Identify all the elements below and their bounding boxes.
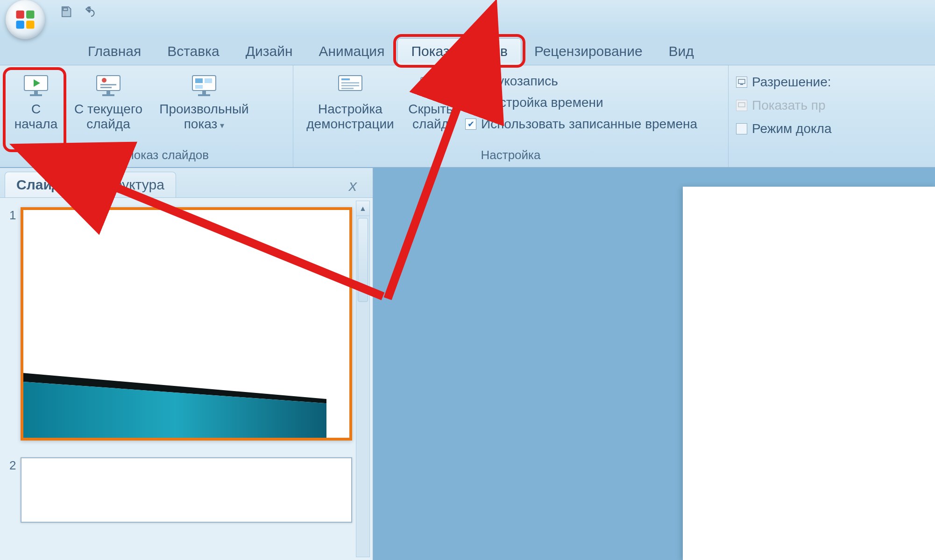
svg-rect-10 — [102, 94, 114, 96]
from-beginning-button[interactable]: С начала — [6, 70, 66, 133]
ribbon: С начала С текущего слайда Произвольный … — [0, 65, 935, 168]
svg-rect-34 — [738, 79, 745, 84]
hide-label-2: слайд — [412, 117, 449, 132]
show-on-label: Показать пр — [752, 98, 826, 113]
svg-rect-6 — [30, 94, 42, 96]
svg-rect-23 — [341, 85, 359, 86]
svg-rect-13 — [100, 87, 112, 88]
svg-rect-22 — [341, 82, 359, 84]
undo-icon — [85, 7, 98, 17]
use-timings-checkbox[interactable]: ✔ Использовать записанные времена — [463, 115, 699, 133]
workspace: Слайды Структура x ▲ 1 2 — [0, 168, 935, 560]
from-beginning-label-1: С — [31, 102, 41, 117]
qat-undo-button[interactable] — [81, 3, 101, 21]
monitor-icon — [736, 100, 747, 111]
record-narration-button[interactable]: Звукозапись — [463, 72, 699, 91]
title-bar — [0, 0, 935, 37]
tab-slideshow-label: Показ слайдов — [411, 43, 508, 59]
checkbox-icon: ✔ — [465, 119, 476, 130]
ribbon-group-monitors-label — [734, 148, 929, 164]
tab-view[interactable]: Вид — [656, 39, 707, 65]
tab-review[interactable]: Рецензирование — [521, 39, 656, 65]
slides-panel: Слайды Структура x ▲ 1 2 — [0, 168, 374, 560]
from-current-icon — [95, 72, 122, 99]
svg-rect-35 — [740, 84, 743, 85]
svg-rect-2 — [16, 21, 24, 28]
svg-point-11 — [102, 78, 106, 83]
use-timings-label: Использовать записанные времена — [481, 117, 697, 132]
custom-slideshow-button[interactable]: Произвольный показ▾ — [150, 70, 258, 133]
ribbon-group-monitors: Разрешение: Показать пр Режим докла — [729, 65, 935, 167]
slide-thumbnail-frame — [21, 207, 352, 441]
presenter-view-label: Режим докла — [752, 121, 832, 136]
ribbon-group-setup: Настройка демонстрации Скрыть слайд Звук… — [293, 65, 729, 167]
svg-rect-3 — [26, 21, 34, 28]
slideshow-setup-icon — [337, 72, 364, 99]
from-current-label-2: слайда — [86, 117, 130, 132]
svg-rect-8 — [97, 76, 120, 91]
slideshow-setup-button[interactable]: Настройка демонстрации — [299, 70, 402, 133]
svg-rect-0 — [16, 11, 24, 19]
chevron-down-icon: ▾ — [220, 121, 224, 130]
office-button[interactable] — [6, 0, 45, 39]
slide-thumbnail[interactable]: 2 — [9, 457, 352, 523]
ribbon-group-start-label: Начать показ слайдов — [6, 148, 287, 164]
office-logo-icon — [13, 7, 37, 32]
ribbon-group-start: С начала С текущего слайда Произвольный … — [0, 65, 293, 167]
thumbnails-scrollbar[interactable]: ▲ — [356, 201, 370, 557]
scroll-thumb[interactable] — [358, 218, 368, 302]
slide-thumbnail[interactable]: 1 — [9, 207, 352, 441]
quick-access-toolbar — [56, 2, 101, 21]
hide-label-1: Скрыть — [408, 102, 453, 117]
tab-insert[interactable]: Вставка — [154, 39, 233, 65]
svg-point-29 — [470, 79, 474, 84]
resolution-dropdown[interactable]: Разрешение: — [734, 73, 929, 91]
svg-rect-36 — [738, 103, 745, 107]
show-on-dropdown: Показать пр — [734, 96, 929, 115]
from-current-slide-button[interactable]: С текущего слайда — [69, 70, 148, 133]
panel-close-button[interactable]: x — [344, 174, 361, 197]
scroll-up-button[interactable]: ▲ — [356, 201, 369, 216]
ribbon-group-setup-label: Настройка — [299, 148, 722, 164]
custom-slideshow-label-2: показ▾ — [184, 117, 225, 132]
thumbnails-list: ▲ 1 2 — [0, 198, 373, 560]
setup-label-2: демонстрации — [306, 117, 394, 132]
record-icon — [465, 75, 478, 88]
svg-rect-16 — [198, 94, 210, 96]
svg-rect-12 — [100, 84, 116, 85]
svg-rect-21 — [341, 78, 350, 80]
clock-icon — [465, 96, 478, 109]
checkbox-icon — [736, 123, 747, 134]
rehearse-label: Настройка времени — [483, 95, 603, 110]
svg-rect-24 — [341, 88, 354, 89]
slide-number: 2 — [9, 457, 21, 523]
slide-number: 1 — [9, 207, 21, 441]
record-label: Звукозапись — [483, 74, 558, 89]
ribbon-tabs: Главная Вставка Дизайн Анимация Показ сл… — [0, 37, 935, 65]
hide-slide-icon — [417, 72, 444, 99]
svg-rect-19 — [195, 85, 203, 89]
svg-rect-33 — [470, 98, 474, 99]
from-beginning-icon — [22, 72, 50, 99]
slide-editor[interactable] — [374, 168, 935, 560]
from-current-label-1: С текущего — [74, 102, 142, 117]
tab-slideshow[interactable]: Показ слайдов — [397, 38, 521, 65]
resolution-label: Разрешение: — [752, 75, 831, 90]
setup-label-1: Настройка — [318, 102, 382, 117]
hide-slide-button[interactable]: Скрыть слайд — [403, 70, 459, 133]
tab-animation[interactable]: Анимация — [306, 39, 398, 65]
qat-save-button[interactable] — [56, 3, 76, 21]
rehearse-timings-button[interactable]: Настройка времени — [463, 93, 699, 112]
panel-tabs: Слайды Структура x — [0, 168, 373, 198]
panel-tab-outline[interactable]: Структура — [86, 172, 176, 197]
tab-design[interactable]: Дизайн — [233, 39, 306, 65]
slide-art-icon — [23, 351, 326, 438]
panel-tab-slides[interactable]: Слайды — [5, 172, 85, 197]
svg-rect-1 — [26, 11, 34, 19]
slide-thumbnail-frame — [21, 457, 352, 523]
svg-rect-9 — [106, 91, 110, 94]
tab-home[interactable]: Главная — [75, 39, 154, 65]
presenter-view-checkbox[interactable]: Режим докла — [734, 119, 929, 138]
monitor-icon — [736, 77, 747, 88]
slide-canvas[interactable] — [683, 187, 935, 560]
